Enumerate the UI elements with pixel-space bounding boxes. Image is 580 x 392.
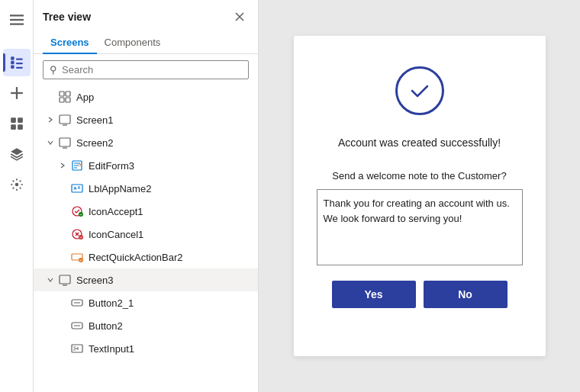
textinput1-icon — [70, 342, 84, 355]
screen2-icon — [58, 136, 72, 149]
no-chevron5 — [56, 251, 69, 263]
tab-screens[interactable]: Screens — [43, 32, 97, 54]
tree-item-lblappname2[interactable]: LblAppName2 — [34, 177, 258, 200]
tree-item-screen1[interactable]: Screen1 — [34, 108, 258, 131]
tree-panel-title: Tree view — [43, 11, 91, 23]
svg-rect-19 — [66, 98, 70, 102]
tree-item-textinput1[interactable]: TextInput1 — [34, 337, 258, 360]
tree-item-screen1-label: Screen1 — [76, 114, 252, 126]
tabs-row: Screens Components — [34, 32, 258, 54]
svg-point-15 — [14, 183, 18, 187]
screen1-icon — [58, 113, 72, 127]
tree-item-textinput1-label: TextInput1 — [89, 343, 252, 355]
app-icon — [58, 90, 72, 104]
iconaccept1-icon — [70, 204, 84, 218]
svg-rect-16 — [60, 92, 64, 96]
no-chevron6 — [56, 297, 69, 309]
tab-components[interactable]: Components — [97, 32, 169, 54]
svg-point-31 — [79, 258, 83, 262]
tree-item-button2-label: Button2 — [89, 320, 252, 332]
welcome-label: Send a welcome note to the Customer? — [317, 170, 523, 182]
screen1-chevron — [44, 114, 56, 126]
svg-rect-13 — [11, 124, 16, 130]
tree-item-app[interactable]: App — [34, 85, 258, 108]
tree-item-button2[interactable]: Button2 — [34, 314, 258, 337]
tree-item-iconcancel1-label: IconCancel1 — [89, 229, 252, 240]
tree-item-rectquickactionbar2-label: RectQuickActionBar2 — [89, 252, 252, 263]
svg-rect-4 — [11, 61, 14, 65]
svg-rect-2 — [10, 24, 24, 25]
svg-rect-11 — [11, 117, 16, 123]
close-button[interactable] — [230, 8, 249, 26]
success-icon — [395, 66, 444, 115]
svg-rect-18 — [60, 98, 64, 102]
search-box: ⚲ — [43, 60, 249, 79]
tree-item-editform3-label: EditForm3 — [89, 160, 252, 172]
no-chevron — [44, 91, 56, 103]
svg-rect-3 — [11, 56, 14, 60]
svg-rect-7 — [15, 63, 22, 64]
svg-rect-1 — [10, 19, 24, 21]
no-chevron3 — [56, 205, 69, 217]
button2-icon — [70, 319, 84, 333]
svg-rect-14 — [18, 124, 23, 130]
svg-rect-0 — [10, 14, 24, 16]
svg-rect-12 — [18, 117, 23, 123]
search-icon: ⚲ — [50, 64, 57, 76]
preview-card: Account was created successfully! Send a… — [294, 36, 546, 356]
tree-item-button2-1-label: Button2_1 — [89, 297, 252, 309]
svg-point-27 — [79, 212, 83, 217]
hamburger-icon[interactable] — [3, 6, 31, 34]
svg-rect-23 — [72, 185, 82, 192]
tree-panel: Tree view Screens Components ⚲ App — [34, 0, 259, 392]
tree-item-app-label: App — [76, 92, 252, 103]
no-chevron8 — [56, 342, 69, 355]
settings-icon[interactable] — [3, 171, 31, 198]
editform3-icon — [70, 159, 84, 172]
no-chevron7 — [56, 320, 69, 332]
screen3-icon — [58, 273, 72, 287]
tree-view-icon[interactable] — [3, 49, 31, 76]
tree-items: App Screen1 Screen2 — [34, 85, 258, 392]
svg-point-29 — [79, 235, 83, 239]
tree-item-iconcancel1[interactable]: IconCancel1 — [34, 223, 258, 246]
layers-icon[interactable] — [3, 140, 31, 168]
svg-rect-32 — [60, 275, 70, 284]
tree-item-screen2[interactable]: Screen2 — [34, 131, 258, 154]
screen2-chevron — [44, 137, 56, 149]
no-chevron2 — [56, 182, 69, 194]
svg-rect-8 — [15, 67, 22, 69]
yes-button[interactable]: Yes — [332, 281, 416, 308]
svg-rect-21 — [60, 138, 70, 146]
action-buttons: Yes No — [317, 281, 523, 308]
svg-rect-10 — [11, 92, 23, 94]
tree-item-screen3[interactable]: Screen3 ⋯ — [34, 268, 258, 291]
left-toolbar — [0, 0, 34, 392]
tree-item-rectquickactionbar2[interactable]: RectQuickActionBar2 — [34, 246, 258, 268]
iconcancel1-icon — [70, 227, 84, 241]
editform3-chevron — [56, 159, 69, 172]
tree-header: Tree view — [34, 0, 258, 32]
tree-item-editform3[interactable]: EditForm3 — [34, 154, 258, 177]
svg-rect-17 — [66, 92, 70, 96]
tree-item-screen3-label: Screen3 — [76, 275, 252, 286]
rectquickactionbar2-icon — [70, 250, 84, 264]
add-icon[interactable] — [3, 79, 31, 107]
no-chevron4 — [56, 228, 69, 240]
welcome-textarea[interactable]: Thank you for creating an account with u… — [317, 189, 523, 265]
search-input[interactable] — [62, 64, 242, 76]
svg-rect-5 — [11, 65, 14, 69]
tree-item-iconaccept1[interactable]: IconAccept1 — [34, 200, 258, 223]
shapes-icon[interactable] — [3, 110, 31, 137]
no-button[interactable]: No — [424, 281, 508, 308]
tree-item-iconaccept1-label: IconAccept1 — [89, 206, 252, 217]
screen3-chevron — [44, 274, 56, 286]
button2-1-icon — [70, 296, 84, 310]
svg-rect-6 — [15, 58, 22, 59]
success-text: Account was created successfully! — [338, 137, 501, 149]
tree-item-lblappname2-label: LblAppName2 — [89, 183, 252, 194]
tree-item-screen2-label: Screen2 — [76, 137, 252, 149]
svg-rect-20 — [60, 115, 70, 124]
lblappname2-icon — [70, 182, 84, 195]
tree-item-button2-1[interactable]: Button2_1 — [34, 291, 258, 314]
